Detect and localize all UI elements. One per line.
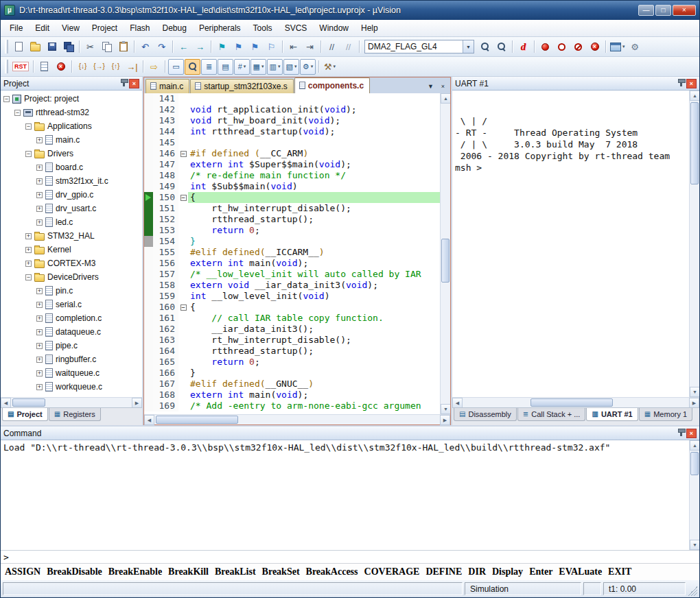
toolbar-grip[interactable] [5,40,8,53]
menu-help[interactable]: Help [355,21,384,35]
scroll-up-icon[interactable]: ▲ [690,91,699,101]
expand-icon[interactable]: + [36,357,43,363]
tree-item-board-c[interactable]: +board.c [1,160,142,174]
watch-window-icon[interactable]: ▦▾ [250,59,266,75]
expand-icon[interactable]: + [36,370,43,376]
scroll-left-icon[interactable]: ◀ [144,415,154,425]
indent-icon[interactable]: ⇥ [302,39,318,55]
expand-icon[interactable]: + [36,315,43,322]
close-icon[interactable]: × [686,79,697,88]
code-line[interactable]: 143void rt_hw_board_init(void); [144,115,440,126]
tab-list-icon[interactable]: ▼ [425,80,436,92]
close-icon[interactable]: × [129,79,139,88]
command-button-breakkill[interactable]: BreakKill [168,566,209,577]
tab-call-stack[interactable]: ≣Call Stack + ... [517,408,586,421]
expand-icon[interactable]: + [36,343,43,349]
code-line[interactable]: 161 // call IAR table copy function. [144,313,440,324]
command-button-assign[interactable]: ASSIGN [5,566,40,577]
combo-dropdown-icon[interactable]: ▼ [463,40,474,53]
show-next-statement-icon[interactable] [36,59,52,75]
toolbox-icon[interactable]: ⚒▾ [322,59,338,75]
window-layout-icon[interactable]: ▾ [609,39,627,55]
run-icon[interactable]: ⇨ [146,59,162,75]
unindent-icon[interactable]: ⇤ [285,39,301,55]
uart-terminal[interactable]: \ | /- RT - Thread Operating System / | … [452,91,689,397]
undo-icon[interactable]: ↶ [137,39,153,55]
tree-item-devicedrivers[interactable]: −DeviceDrivers [1,270,142,284]
expand-icon[interactable]: + [36,137,43,143]
tree-item-waitqueue-c[interactable]: +waitqueue.c [1,366,142,380]
code-line[interactable]: 154} [144,236,440,247]
menu-svcs[interactable]: SVCS [279,21,314,35]
menu-tools[interactable]: Tools [247,21,279,35]
uart-vscrollbar[interactable]: ▲ ▼ [689,91,699,397]
menu-view[interactable]: View [56,21,86,35]
expand-icon[interactable]: + [36,178,43,184]
expand-icon[interactable]: + [36,384,43,390]
code-line[interactable]: 141 [144,93,440,104]
tree-item-stm32f1xx-it-c[interactable]: +stm32f1xx_it.c [1,174,142,188]
start-stop-debug-icon[interactable]: d [515,39,531,55]
expand-icon[interactable]: + [25,233,32,239]
expand-icon[interactable]: + [25,247,32,253]
code-line[interactable]: 162 __iar_data_init3(); [144,324,440,335]
tree-item-stm32-hal[interactable]: +STM32_HAL [1,229,142,243]
code-line[interactable]: 159int __low_level_init(void) [144,291,440,302]
code-line[interactable]: 166} [144,368,440,379]
command-log[interactable]: Load "D:\\rt-thread\\rt-thread-3.0.3\\bs… [1,440,689,550]
scroll-down-icon[interactable]: ▼ [441,404,450,414]
close-icon[interactable]: × [686,429,697,438]
tree-item-dataqueue-c[interactable]: +dataqueue.c [1,325,142,339]
tab-uart-1[interactable]: ▥UART #1 [586,408,638,421]
collapse-icon[interactable]: − [3,96,10,102]
expand-icon[interactable]: + [36,288,43,294]
command-button-breakenable[interactable]: BreakEnable [108,566,162,577]
code-line[interactable]: 165 return 0; [144,357,440,368]
code-line[interactable]: 151 rt_hw_interrupt_disable(); [144,203,440,214]
code-line[interactable]: 167#elif defined(__GNUC__) [144,379,440,390]
find-icon[interactable] [493,39,509,55]
editor-tab-components-c[interactable]: components.c [294,77,370,93]
copy-icon[interactable] [99,39,115,55]
registers-window-icon[interactable]: ▤ [218,59,233,75]
uart-vscroll-thumb[interactable] [690,102,699,184]
command-button-exit[interactable]: EXIT [608,566,631,577]
tree-item-applications[interactable]: −Applications [1,119,142,133]
tree-item-cortex-m3[interactable]: +CORTEX-M3 [1,256,142,270]
command-vscroll-track[interactable] [690,451,699,540]
expand-icon[interactable]: + [25,261,32,267]
tree-item-pipe-c[interactable]: +pipe.c [1,339,142,352]
code-editor[interactable]: 141142void rt_application_init(void);143… [144,93,440,414]
step-out-icon[interactable]: {↑} [108,59,124,75]
command-vscroll-thumb[interactable] [690,452,699,475]
command-window-icon[interactable]: ▭ [168,59,184,75]
command-button-display[interactable]: Display [492,566,523,577]
editor-vscroll-thumb[interactable] [441,239,450,283]
paste-icon[interactable] [115,39,131,55]
collapse-icon[interactable]: − [25,123,32,130]
title-bar[interactable]: µ D:\rt-thread\rt-thread-3.0.3\bsp\stm32… [1,1,699,20]
fold-collapse-icon[interactable]: − [180,195,187,201]
toolbar-grip[interactable] [5,60,8,73]
tree-item-led-c[interactable]: +led.c [1,215,142,229]
command-button-coverage[interactable]: COVERAGE [364,566,420,577]
command-button-define[interactable]: DEFINE [425,566,462,577]
next-bookmark-icon[interactable]: ⚑ [247,39,263,55]
menu-project[interactable]: Project [86,21,124,35]
command-button-evaluate[interactable]: EVALuate [559,566,602,577]
symbol-window-icon[interactable]: ≣ [201,59,217,75]
command-button-breaklist[interactable]: BreakList [215,566,256,577]
expand-icon[interactable]: + [36,329,43,335]
tree-item-ringbuffer-c[interactable]: +ringbuffer.c [1,352,142,366]
code-line[interactable]: 168extern int main(void); [144,390,440,400]
reset-icon[interactable]: RST [11,59,30,75]
uart-hscroll-track[interactable] [463,398,689,407]
command-button-enter[interactable]: Enter [529,566,552,577]
command-vscrollbar[interactable]: ▲ ▼ [689,440,699,550]
cut-icon[interactable]: ✂ [82,39,98,55]
collapse-icon[interactable]: − [25,151,32,157]
expand-icon[interactable]: + [36,219,43,226]
clear-bookmarks-icon[interactable]: ⚐ [264,39,279,55]
fold-collapse-icon[interactable]: − [180,304,187,311]
project-hscroll-thumb[interactable] [12,398,45,407]
